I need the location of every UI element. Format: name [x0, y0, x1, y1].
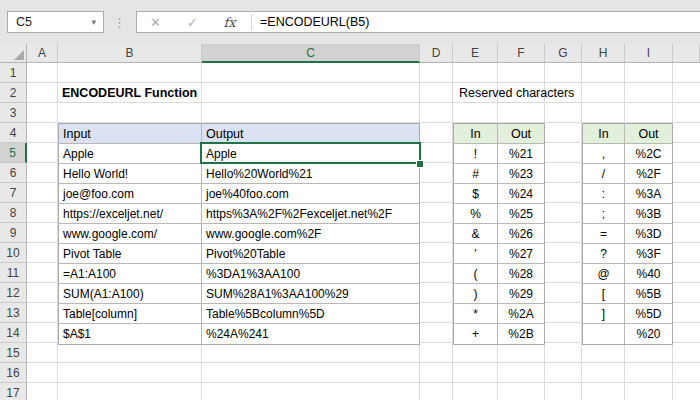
row-header-10[interactable]: 10 — [0, 243, 27, 263]
formula-text[interactable]: =ENCODEURL(B5) — [255, 15, 369, 29]
table-cell[interactable]: $A$1 — [59, 324, 202, 344]
table-cell[interactable]: %29 — [498, 284, 544, 303]
table-cell[interactable]: $ — [454, 184, 498, 203]
table-header-cell[interactable]: In — [583, 124, 625, 143]
table-header-cell[interactable]: Out — [625, 124, 672, 143]
table-cell[interactable]: www.google.com%2F — [202, 224, 419, 243]
table-cell[interactable]: Pivot%20Table — [202, 244, 419, 263]
table-cell[interactable]: %21 — [498, 144, 544, 163]
row-header-11[interactable]: 11 — [0, 263, 27, 283]
column-header-H[interactable]: H — [582, 44, 625, 63]
table-cell[interactable]: ; — [583, 204, 625, 223]
table-cell[interactable]: %2A — [498, 304, 544, 323]
table-cell[interactable]: www.google.com/ — [59, 224, 202, 243]
row-header-3[interactable]: 3 — [0, 103, 27, 123]
formula-input[interactable]: ✕ ✓ fx =ENCODEURL(B5) — [136, 11, 700, 33]
table-cell[interactable]: %28 — [498, 264, 544, 283]
table-cell[interactable]: ) — [454, 284, 498, 303]
table-header-cell[interactable]: Input — [59, 124, 202, 143]
table-cell[interactable]: SUM(A1:A100) — [59, 284, 202, 303]
cancel-icon[interactable]: ✕ — [137, 15, 174, 30]
table-header-cell[interactable]: Output — [202, 124, 419, 143]
table-cell[interactable]: %26 — [498, 224, 544, 243]
column-header-F[interactable]: F — [498, 44, 545, 63]
table-cell[interactable]: ] — [583, 304, 625, 323]
table-cell[interactable]: Pivot Table — [59, 244, 202, 263]
row-header-13[interactable]: 13 — [0, 303, 27, 323]
table-cell[interactable]: ' — [454, 244, 498, 263]
reserved-characters-label[interactable]: Reserved characters — [459, 83, 574, 103]
table-cell[interactable]: joe%40foo.com — [202, 184, 419, 203]
table-cell[interactable]: %25 — [498, 204, 544, 223]
column-header-C[interactable]: C — [202, 44, 420, 63]
table-cell[interactable]: * — [454, 304, 498, 323]
table-header-cell[interactable]: Out — [498, 124, 544, 143]
table-cell[interactable]: %2F — [625, 164, 672, 183]
table-cell[interactable]: Table%5Bcolumn%5D — [202, 304, 419, 323]
chevron-down-icon[interactable]: ▾ — [91, 17, 103, 27]
row-header-16[interactable]: 16 — [0, 363, 27, 383]
table-cell[interactable]: % — [454, 204, 498, 223]
table-cell[interactable]: %23 — [498, 164, 544, 183]
table-cell[interactable]: =A1:A100 — [59, 264, 202, 283]
table-cell[interactable]: %3A — [625, 184, 672, 203]
table-cell[interactable]: %5B — [625, 284, 672, 303]
name-box[interactable]: C5 ▾ — [7, 11, 104, 33]
table-cell[interactable]: %40 — [625, 264, 672, 283]
column-header-A[interactable]: A — [27, 44, 58, 63]
fill-handle[interactable] — [416, 160, 424, 168]
table-cell[interactable]: [ — [583, 284, 625, 303]
table-cell[interactable]: Apple — [59, 144, 202, 163]
table-cell[interactable]: Hello%20World%21 — [202, 164, 419, 183]
table-cell[interactable]: %3DA1%3AA100 — [202, 264, 419, 283]
row-header-1[interactable]: 1 — [0, 63, 27, 83]
row-header-9[interactable]: 9 — [0, 223, 27, 243]
table-cell[interactable]: Hello World! — [59, 164, 202, 183]
table-cell[interactable]: https%3A%2F%2Fexceljet.net%2F — [202, 204, 419, 223]
table-cell[interactable]: ( — [454, 264, 498, 283]
table-cell[interactable]: Apple — [202, 144, 419, 163]
row-header-17[interactable]: 17 — [0, 383, 27, 400]
table-cell[interactable]: %3D — [625, 224, 672, 243]
row-header-4[interactable]: 4 — [0, 123, 27, 143]
row-header-8[interactable]: 8 — [0, 203, 27, 223]
column-header-D[interactable]: D — [420, 44, 453, 63]
row-header-14[interactable]: 14 — [0, 323, 27, 343]
table-cell[interactable]: joe@foo.com — [59, 184, 202, 203]
enter-icon[interactable]: ✓ — [174, 15, 211, 30]
table-cell[interactable]: https://exceljet.net/ — [59, 204, 202, 223]
column-header-G[interactable]: G — [545, 44, 582, 63]
row-header-12[interactable]: 12 — [0, 283, 27, 303]
row-header-5[interactable]: 5 — [0, 143, 27, 163]
table-cell[interactable]: %27 — [498, 244, 544, 263]
row-header-6[interactable]: 6 — [0, 163, 27, 183]
table-cell[interactable]: = — [583, 224, 625, 243]
table-cell[interactable]: ! — [454, 144, 498, 163]
table-cell[interactable]: Table[column] — [59, 304, 202, 323]
sheet-grid[interactable]: 1234567891011121314151617 ENCODEURL Func… — [0, 63, 700, 400]
table-header-cell[interactable]: In — [454, 124, 498, 143]
table-cell[interactable]: SUM%28A1%3AA100%29 — [202, 284, 419, 303]
table-cell[interactable]: %3F — [625, 244, 672, 263]
table-cell[interactable]: , — [583, 144, 625, 163]
column-header-B[interactable]: B — [58, 44, 202, 63]
row-header-2[interactable]: 2 — [0, 83, 27, 103]
table-cell[interactable]: + — [454, 324, 498, 344]
column-header-I[interactable]: I — [625, 44, 673, 63]
table-cell[interactable]: # — [454, 164, 498, 183]
table-cell[interactable] — [583, 324, 625, 344]
table-cell[interactable]: : — [583, 184, 625, 203]
select-all-button[interactable] — [0, 44, 27, 63]
table-cell[interactable]: %2C — [625, 144, 672, 163]
table-cell[interactable]: %20 — [625, 324, 672, 344]
row-header-15[interactable]: 15 — [0, 343, 27, 363]
row-header-7[interactable]: 7 — [0, 183, 27, 203]
table-cell[interactable]: %5D — [625, 304, 672, 323]
table-cell[interactable]: %3B — [625, 204, 672, 223]
table-cell[interactable]: %24 — [498, 184, 544, 203]
table-cell[interactable]: %24A%241 — [202, 324, 419, 344]
insert-function-icon[interactable]: fx — [211, 15, 248, 30]
column-header-E[interactable]: E — [453, 44, 498, 63]
table-cell[interactable]: %2B — [498, 324, 544, 344]
sheet-title-cell[interactable]: ENCODEURL Function — [62, 83, 197, 103]
